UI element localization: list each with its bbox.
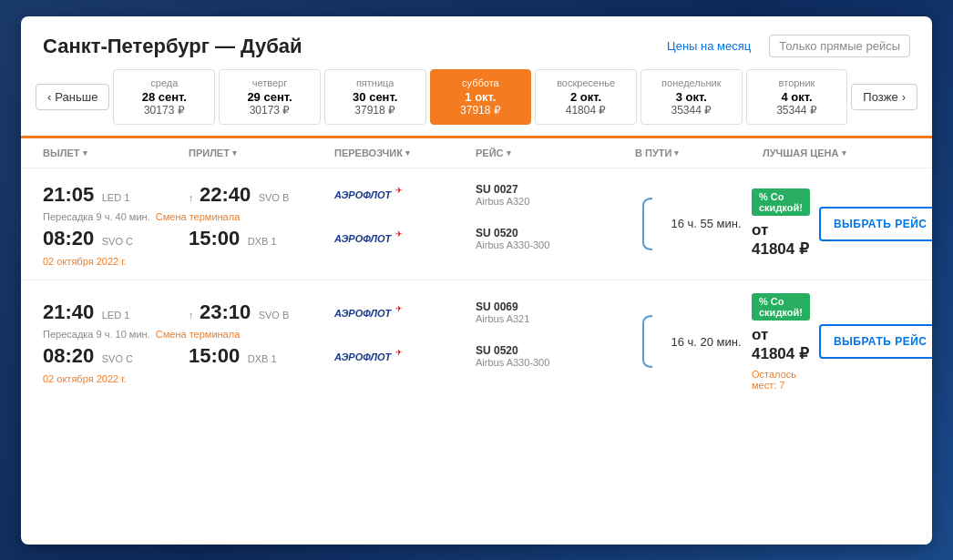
th-flight[interactable]: РЕЙС ▾ [476, 148, 635, 158]
terminal-change-link-0[interactable]: Смена терминала [156, 211, 240, 222]
price-text-1: от 41804 ₽ [752, 326, 810, 363]
later-button[interactable]: Позже › [851, 84, 917, 110]
route-title: Санкт-Петербург — Дубай [43, 35, 302, 58]
flight-1-seg-1: 08:20 SVO С 15:00 DXB 1 АЭРОФЛОТ ✈ SU 05… [43, 342, 635, 370]
duration-0: 16 ч. 55 мин. [661, 217, 752, 230]
bracket-0 [635, 188, 661, 260]
price-text-0: от 41804 ₽ [752, 221, 810, 259]
arrive-date-1: 02 октября 2022 г. [43, 373, 635, 384]
arrive-date-0: 02 октября 2022 г. [43, 256, 635, 267]
depart-time-1-0: 21:40 LED 1 [43, 300, 189, 324]
airline-0-0: АЭРОФЛОТ ✈ [334, 186, 476, 202]
date-cell-1[interactable]: четверг 29 сент. 30173 ₽ [219, 69, 321, 125]
discount-badge-1: % Со скидкой! [752, 293, 810, 321]
chevron-right-icon: › [902, 90, 906, 104]
header-links: Цены на месяц Только прямые рейсы [667, 35, 910, 57]
flight-1-seg-0: 21:40 LED 1 ↑ 23:10 SVO В АЭРОФЛОТ ✈ SU … [43, 299, 635, 326]
select-btn-area-0: ВЫБРАТЬ РЕЙС [819, 207, 932, 241]
select-btn-area-1: ВЫБРАТЬ РЕЙС [819, 324, 932, 359]
airline-1-1: АЭРОФЛОТ ✈ [334, 348, 476, 364]
date-cell-3-active[interactable]: суббота 1 окт. 37918 ₽ [430, 69, 532, 125]
month-prices-link[interactable]: Цены на месяц [667, 39, 751, 53]
transfer-0: Пересадка 9 ч. 40 мин. Смена терминала [43, 209, 635, 225]
date-cell-2[interactable]: пятница 30 сент. 37918 ₽ [324, 69, 426, 125]
th-carrier[interactable]: ПЕРЕВОЗЧИК ▾ [334, 148, 476, 158]
th-price[interactable]: ЛУЧШАЯ ЦЕНА ▾ [763, 148, 910, 158]
depart-time-1-1: 08:20 SVO С [43, 344, 189, 368]
th-depart[interactable]: ВЫЛЕТ ▾ [43, 148, 189, 158]
duration-1: 16 ч. 20 мин. [661, 335, 752, 349]
terminal-change-link-1[interactable]: Смена терминала [156, 329, 240, 340]
arrive-indicator-0-0: ↑ [189, 192, 194, 203]
price-area-0: % Со скидкой! от 41804 ₽ [752, 188, 819, 259]
th-duration[interactable]: В ПУТИ ▾ [635, 148, 763, 158]
date-cell-4[interactable]: воскресенье 2 окт. 41804 ₽ [535, 69, 637, 125]
transfer-1: Пересадка 9 ч. 10 мин. Смена терминала [43, 326, 635, 342]
table-header: ВЫЛЕТ ▾ ПРИЛЕТ ▾ ПЕРЕВОЗЧИК ▾ РЕЙС ▾ В П… [21, 138, 932, 168]
depart-time-0-0: 21:05 LED 1 [43, 183, 189, 207]
earlier-button[interactable]: ‹ Раньше [36, 84, 109, 110]
arrive-time-1-0: ↑ 23:10 SVO В [189, 300, 334, 324]
date-cell-5[interactable]: понедельник 3 окт. 35344 ₽ [640, 69, 743, 125]
price-area-1: % Со скидкой! от 41804 ₽ Осталось мест: … [752, 293, 819, 391]
th-arrive[interactable]: ПРИЛЕТ ▾ [189, 148, 334, 158]
discount-badge-0: % Со скидкой! [752, 188, 810, 216]
arrive-time-0-0: ↑ 22:40 SVO В [189, 183, 334, 207]
flight-row-1: 21:40 LED 1 ↑ 23:10 SVO В АЭРОФЛОТ ✈ SU … [21, 280, 932, 403]
airline-0-1: АЭРОФЛОТ ✈ [334, 229, 476, 246]
sort-arrow-price: ▾ [842, 148, 846, 158]
flightnum-0-0: SU 0027 Airbus A320 [476, 183, 635, 207]
card-header: Санкт-Петербург — Дубай Цены на месяц То… [21, 16, 932, 69]
main-card: Санкт-Петербург — Дубай Цены на месяц То… [21, 16, 932, 545]
date-cell-6[interactable]: вторник 4 окт. 35344 ₽ [746, 69, 848, 125]
flightnum-0-1: SU 0520 Airbus A330-300 [476, 227, 635, 250]
chevron-left-icon: ‹ [47, 90, 51, 104]
flight-0-seg-1: 08:20 SVO С 15:00 DXB 1 АЭРОФЛОТ ✈ SU 05… [43, 225, 635, 252]
date-selector-row: ‹ Раньше среда 28 сент. 30173 ₽ четверг … [21, 69, 932, 125]
sort-arrow-duration: ▾ [674, 148, 679, 158]
sort-arrow-depart: ▾ [83, 148, 87, 158]
date-cell-0[interactable]: среда 28 сент. 30173 ₽ [113, 69, 215, 125]
depart-time-0-1: 08:20 SVO С [43, 227, 189, 250]
flight-1-segments: 21:40 LED 1 ↑ 23:10 SVO В АЭРОФЛОТ ✈ SU … [43, 299, 635, 384]
flight-0-segments: 21:05 LED 1 ↑ 22:40 SVO В АЭРОФЛОТ ✈ SU … [43, 181, 635, 267]
flightnum-1-1: SU 0520 Airbus A330-300 [476, 344, 635, 368]
sort-arrow-arrive: ▾ [232, 148, 237, 158]
sort-arrow-flight: ▾ [507, 148, 511, 158]
airline-1-0: АЭРОФЛОТ ✈ [334, 304, 476, 321]
arrive-time-1-1: 15:00 DXB 1 [189, 344, 334, 368]
flight-0-seg-0: 21:05 LED 1 ↑ 22:40 SVO В АЭРОФЛОТ ✈ SU … [43, 181, 635, 209]
select-flight-0-button[interactable]: ВЫБРАТЬ РЕЙС [819, 207, 932, 241]
flight-row-0: 21:05 LED 1 ↑ 22:40 SVO В АЭРОФЛОТ ✈ SU … [21, 168, 932, 280]
seats-left-1: Осталось мест: 7 [752, 369, 810, 391]
select-flight-1-button[interactable]: ВЫБРАТЬ РЕЙС [819, 324, 932, 359]
arrive-time-0-1: 15:00 DXB 1 [189, 227, 334, 250]
flightnum-1-0: SU 0069 Airbus A321 [476, 300, 635, 324]
sort-arrow-carrier: ▾ [405, 148, 410, 158]
direct-only-link[interactable]: Только прямые рейсы [769, 35, 910, 57]
bracket-1 [635, 305, 661, 378]
arrive-indicator-1-0: ↑ [189, 310, 194, 321]
